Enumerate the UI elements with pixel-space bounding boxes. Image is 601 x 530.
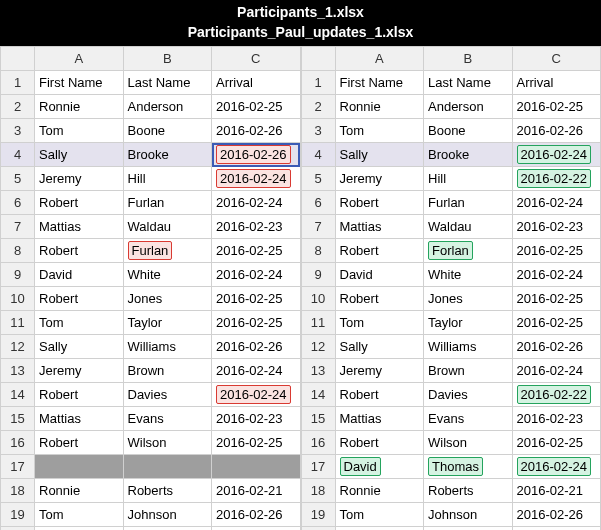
cell[interactable]: Johnson xyxy=(123,503,212,527)
row-header[interactable]: 14 xyxy=(1,383,35,407)
cell[interactable]: Tom xyxy=(35,311,124,335)
cell[interactable]: Sally xyxy=(335,335,424,359)
cell[interactable]: Waldau xyxy=(123,215,212,239)
row-header[interactable]: 3 xyxy=(1,119,35,143)
cell[interactable]: 2016-02-24 xyxy=(212,167,301,191)
cell[interactable]: 2016-02-25 xyxy=(212,431,301,455)
cell[interactable]: 2016-02-23 xyxy=(512,407,601,431)
cell[interactable]: Ronnie xyxy=(335,479,424,503)
cell[interactable]: 2016-02-25 xyxy=(212,95,301,119)
cell[interactable]: 2016-02-24 xyxy=(212,191,301,215)
cell[interactable]: Tom xyxy=(35,503,124,527)
row-header[interactable]: 19 xyxy=(301,503,335,527)
cell[interactable]: Robert xyxy=(35,431,124,455)
cell[interactable]: Taylor xyxy=(424,311,513,335)
cell[interactable] xyxy=(35,455,124,479)
cell[interactable]: 2016-02-25 xyxy=(212,311,301,335)
cell[interactable]: 2016-02-23 xyxy=(512,215,601,239)
row-header[interactable]: 5 xyxy=(301,167,335,191)
cell[interactable]: 2016-02-26 xyxy=(512,119,601,143)
row-header[interactable]: 14 xyxy=(301,383,335,407)
row-header[interactable]: 9 xyxy=(301,263,335,287)
cell[interactable]: Robert xyxy=(335,431,424,455)
row-header[interactable]: 12 xyxy=(301,335,335,359)
row-header[interactable]: 7 xyxy=(301,215,335,239)
cell[interactable]: Brown xyxy=(424,359,513,383)
cell[interactable]: David xyxy=(35,263,124,287)
cell[interactable]: Forlan xyxy=(424,239,513,263)
row-header[interactable]: 6 xyxy=(301,191,335,215)
cell[interactable]: Furlan xyxy=(424,191,513,215)
cell[interactable]: Jeremy xyxy=(35,359,124,383)
cell[interactable]: 2016-02-24 xyxy=(212,383,301,407)
cell[interactable]: 2016-02-25 xyxy=(512,431,601,455)
cell[interactable]: 2016-02-23 xyxy=(212,407,301,431)
cell[interactable]: Boone xyxy=(424,119,513,143)
row-header[interactable]: 8 xyxy=(301,239,335,263)
cell[interactable]: Wilson xyxy=(123,431,212,455)
row-header[interactable]: 13 xyxy=(301,359,335,383)
cell[interactable]: White xyxy=(424,263,513,287)
cell[interactable]: Jones xyxy=(123,287,212,311)
cell[interactable]: Robert xyxy=(335,239,424,263)
col-header[interactable]: C xyxy=(512,47,601,71)
cell[interactable]: 2016-02-26 xyxy=(212,503,301,527)
row-header[interactable]: 18 xyxy=(1,479,35,503)
cell[interactable]: Hill xyxy=(424,167,513,191)
col-header[interactable]: A xyxy=(335,47,424,71)
cell[interactable]: 2016-02-24 xyxy=(512,455,601,479)
row-header[interactable]: 17 xyxy=(301,455,335,479)
row-header[interactable]: 3 xyxy=(301,119,335,143)
cell[interactable]: 2016-02-25 xyxy=(212,239,301,263)
cell[interactable]: Sally xyxy=(335,143,424,167)
cell[interactable]: Waldau xyxy=(424,215,513,239)
cell[interactable]: Williams xyxy=(424,335,513,359)
cell[interactable]: Brooke xyxy=(123,143,212,167)
cell[interactable]: Jones xyxy=(424,287,513,311)
cell[interactable]: 2016-02-26 xyxy=(212,335,301,359)
cell[interactable]: Wilson xyxy=(424,431,513,455)
cell[interactable]: Davies xyxy=(123,383,212,407)
cell[interactable]: Anderson xyxy=(123,95,212,119)
cell[interactable]: 2016-02-24 xyxy=(512,263,601,287)
right-grid[interactable]: A B C 1First NameLast NameArrival2Ronnie… xyxy=(301,46,602,530)
cell[interactable]: Johnson xyxy=(424,503,513,527)
row-header[interactable]: 2 xyxy=(1,95,35,119)
cell[interactable]: Arrival xyxy=(512,71,601,95)
cell[interactable]: First Name xyxy=(35,71,124,95)
cell[interactable]: Jeremy xyxy=(335,167,424,191)
cell[interactable]: Ronnie xyxy=(335,95,424,119)
cell[interactable] xyxy=(123,455,212,479)
cell[interactable]: 2016-02-22 xyxy=(512,167,601,191)
cell[interactable]: Ronnie xyxy=(35,95,124,119)
cell[interactable]: 2016-02-26 xyxy=(512,335,601,359)
cell[interactable]: 2016-02-26 xyxy=(512,503,601,527)
cell[interactable]: Hill xyxy=(123,167,212,191)
row-header[interactable]: 16 xyxy=(301,431,335,455)
row-header[interactable]: 7 xyxy=(1,215,35,239)
cell[interactable]: Boone xyxy=(123,119,212,143)
cell[interactable]: Roberts xyxy=(424,479,513,503)
cell[interactable]: White xyxy=(123,263,212,287)
cell[interactable]: Williams xyxy=(123,335,212,359)
cell[interactable]: Mattias xyxy=(35,215,124,239)
cell[interactable]: Robert xyxy=(35,239,124,263)
cell[interactable]: 2016-02-23 xyxy=(212,215,301,239)
cell[interactable]: Anderson xyxy=(424,95,513,119)
col-header[interactable]: C xyxy=(212,47,301,71)
cell[interactable]: David xyxy=(335,263,424,287)
cell[interactable]: Mattias xyxy=(335,407,424,431)
row-header[interactable]: 4 xyxy=(1,143,35,167)
col-header[interactable]: B xyxy=(424,47,513,71)
row-header[interactable]: 8 xyxy=(1,239,35,263)
cell[interactable]: Furlan xyxy=(123,239,212,263)
cell[interactable]: Last Name xyxy=(424,71,513,95)
cell[interactable]: Evans xyxy=(424,407,513,431)
cell[interactable]: 2016-02-25 xyxy=(512,287,601,311)
row-header[interactable]: 16 xyxy=(1,431,35,455)
row-header[interactable]: 10 xyxy=(1,287,35,311)
cell[interactable]: 2016-02-21 xyxy=(212,479,301,503)
cell[interactable]: First Name xyxy=(335,71,424,95)
corner-cell[interactable] xyxy=(1,47,35,71)
row-header[interactable]: 4 xyxy=(301,143,335,167)
